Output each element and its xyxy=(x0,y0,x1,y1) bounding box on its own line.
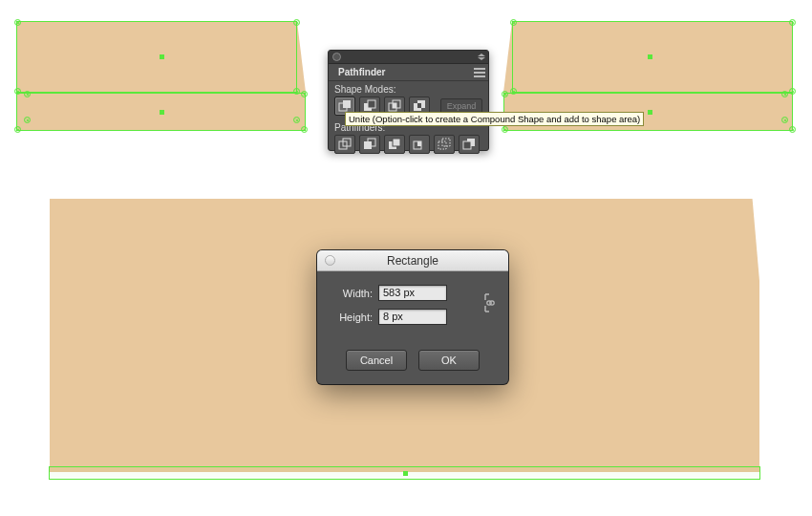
constrain-proportions-icon[interactable] xyxy=(481,290,497,315)
divide-button[interactable] xyxy=(334,135,355,154)
svg-rect-6 xyxy=(393,103,396,108)
panel-menu-icon[interactable] xyxy=(474,68,485,77)
merge-button[interactable] xyxy=(384,135,405,154)
shape-modes-label: Shape Modes: xyxy=(329,81,488,97)
minus-back-button[interactable] xyxy=(459,135,480,154)
panel-title: Pathfinder xyxy=(334,66,389,78)
height-input[interactable]: 8 px xyxy=(378,309,447,325)
close-icon[interactable] xyxy=(332,53,341,61)
width-input[interactable]: 583 px xyxy=(378,285,447,301)
tooltip: Unite (Option-click to create a Compound… xyxy=(345,112,644,126)
cancel-button[interactable]: Cancel xyxy=(346,350,407,371)
collapse-icon[interactable] xyxy=(478,54,485,59)
panel-titlebar[interactable] xyxy=(329,51,488,64)
crop-button[interactable] xyxy=(409,135,430,154)
svg-point-21 xyxy=(490,301,494,305)
svg-rect-13 xyxy=(393,139,400,146)
svg-rect-19 xyxy=(463,141,471,149)
panel-tab[interactable]: Pathfinder xyxy=(329,64,488,81)
traffic-light-icon[interactable] xyxy=(325,255,335,266)
dialog-titlebar[interactable]: Rectangle xyxy=(317,250,508,271)
svg-rect-7 xyxy=(417,103,421,108)
dialog-title: Rectangle xyxy=(387,254,438,268)
svg-rect-3 xyxy=(368,100,375,108)
svg-rect-1 xyxy=(343,100,351,108)
svg-rect-15 xyxy=(417,141,421,146)
rectangle-dialog[interactable]: Rectangle Width: 583 px Height: 8 px Can… xyxy=(317,250,508,384)
canvas-shape-left[interactable] xyxy=(16,21,306,131)
trim-button[interactable] xyxy=(359,135,380,154)
ok-button[interactable]: OK xyxy=(418,350,480,371)
height-label: Height: xyxy=(329,312,373,323)
pathfinder-panel[interactable]: Pathfinder Shape Modes: Expand Pathfinde… xyxy=(328,50,489,151)
canvas-rectangle-selected[interactable] xyxy=(49,466,760,480)
width-label: Width: xyxy=(329,288,373,299)
outline-button[interactable] xyxy=(434,135,455,154)
